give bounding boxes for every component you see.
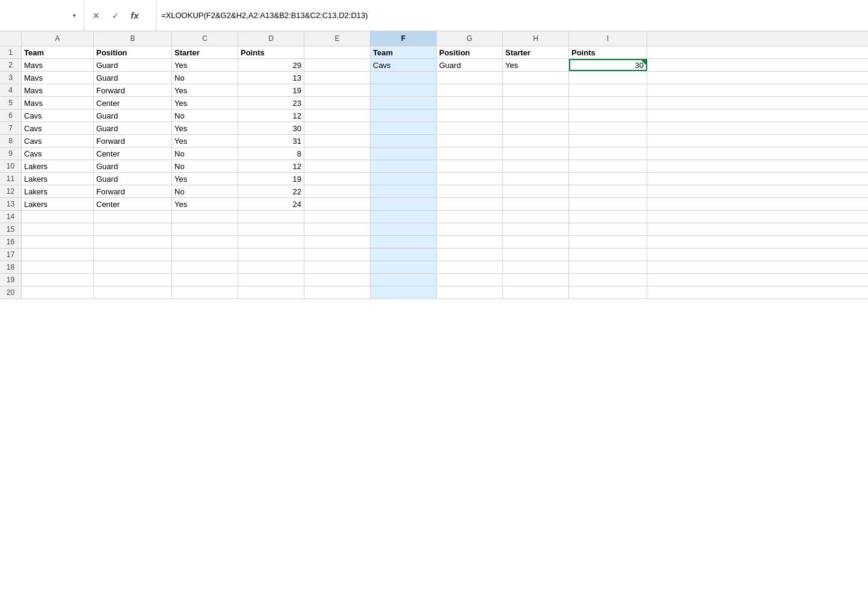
cell-b-14[interactable] (94, 211, 172, 223)
cell-b-2[interactable]: Guard (94, 59, 172, 71)
col-header-i[interactable]: I (569, 31, 647, 46)
col-header-a[interactable]: A (22, 31, 94, 46)
row-number[interactable]: 18 (0, 261, 22, 273)
cell-i-2[interactable]: 30 (569, 59, 647, 71)
cell-i-11[interactable] (569, 173, 647, 185)
cell-g-20[interactable] (437, 286, 503, 298)
cell-a-7[interactable]: Cavs (22, 122, 94, 134)
cell-g-18[interactable] (437, 261, 503, 273)
cell-h-19[interactable] (503, 274, 569, 286)
cell-e-3[interactable] (304, 72, 371, 84)
cell-i-10[interactable] (569, 160, 647, 172)
cell-g-8[interactable] (437, 135, 503, 147)
cell-i-15[interactable] (569, 223, 647, 235)
cell-c-11[interactable]: Yes (172, 173, 238, 185)
cell-a-2[interactable]: Mavs (22, 59, 94, 71)
row-number[interactable]: 1 (0, 46, 22, 58)
row-number[interactable]: 4 (0, 84, 22, 96)
cell-b-1[interactable]: Position (94, 46, 172, 58)
cell-e-11[interactable] (304, 173, 371, 185)
cell-d-3[interactable]: 13 (238, 72, 304, 84)
cell-b-7[interactable]: Guard (94, 122, 172, 134)
cell-e-6[interactable] (304, 110, 371, 122)
cell-b-4[interactable]: Forward (94, 84, 172, 96)
cell-c-1[interactable]: Starter (172, 46, 238, 58)
cell-d-10[interactable]: 12 (238, 160, 304, 172)
cell-f-18[interactable] (371, 261, 437, 273)
cell-a-6[interactable]: Cavs (22, 110, 94, 122)
cell-d-4[interactable]: 19 (238, 84, 304, 96)
row-number[interactable]: 13 (0, 198, 22, 210)
row-number[interactable]: 16 (0, 236, 22, 248)
formula-input[interactable] (156, 0, 868, 31)
cell-f-20[interactable] (371, 286, 437, 298)
col-header-b[interactable]: B (94, 31, 172, 46)
cell-f-5[interactable] (371, 97, 437, 109)
cell-c-6[interactable]: No (172, 110, 238, 122)
cell-h-1[interactable]: Starter (503, 46, 569, 58)
cell-d-11[interactable]: 19 (238, 173, 304, 185)
col-header-f[interactable]: F (371, 31, 437, 46)
cell-h-8[interactable] (503, 135, 569, 147)
cell-g-6[interactable] (437, 110, 503, 122)
cell-d-19[interactable] (238, 274, 304, 286)
cell-h-20[interactable] (503, 286, 569, 298)
cell-a-8[interactable]: Cavs (22, 135, 94, 147)
cell-e-16[interactable] (304, 236, 371, 248)
cell-e-19[interactable] (304, 274, 371, 286)
cell-g-15[interactable] (437, 223, 503, 235)
cell-c-4[interactable]: Yes (172, 84, 238, 96)
row-number[interactable]: 6 (0, 110, 22, 122)
cell-g-17[interactable] (437, 249, 503, 261)
cell-i-4[interactable] (569, 84, 647, 96)
cell-g-16[interactable] (437, 236, 503, 248)
cell-f-4[interactable] (371, 84, 437, 96)
cell-g-1[interactable]: Position (437, 46, 503, 58)
cell-c-14[interactable] (172, 211, 238, 223)
cell-g-12[interactable] (437, 185, 503, 197)
cell-g-14[interactable] (437, 211, 503, 223)
cell-c-8[interactable]: Yes (172, 135, 238, 147)
cell-i-6[interactable] (569, 110, 647, 122)
cell-g-4[interactable] (437, 84, 503, 96)
col-header-e[interactable]: E (304, 31, 371, 46)
cell-i-17[interactable] (569, 249, 647, 261)
cell-a-15[interactable] (22, 223, 94, 235)
cell-a-17[interactable] (22, 249, 94, 261)
cell-f-3[interactable] (371, 72, 437, 84)
cell-f-7[interactable] (371, 122, 437, 134)
cell-a-9[interactable]: Cavs (22, 147, 94, 159)
row-number[interactable]: 5 (0, 97, 22, 109)
cell-d-18[interactable] (238, 261, 304, 273)
cell-a-11[interactable]: Lakers (22, 173, 94, 185)
cell-f-2[interactable]: Cavs (371, 59, 437, 71)
confirm-formula-icon[interactable]: ✓ (107, 7, 124, 24)
cell-a-19[interactable] (22, 274, 94, 286)
cell-e-4[interactable] (304, 84, 371, 96)
cancel-formula-icon[interactable]: ✕ (88, 7, 105, 24)
cell-b-15[interactable] (94, 223, 172, 235)
cell-e-20[interactable] (304, 286, 371, 298)
cell-f-9[interactable] (371, 147, 437, 159)
cell-f-10[interactable] (371, 160, 437, 172)
row-number[interactable]: 2 (0, 59, 22, 71)
row-number[interactable]: 12 (0, 185, 22, 197)
cell-b-5[interactable]: Center (94, 97, 172, 109)
cell-e-9[interactable] (304, 147, 371, 159)
cell-b-8[interactable]: Forward (94, 135, 172, 147)
cell-name-dropdown-icon[interactable]: ▾ (69, 12, 79, 19)
cell-g-3[interactable] (437, 72, 503, 84)
cell-h-4[interactable] (503, 84, 569, 96)
cell-a-12[interactable]: Lakers (22, 185, 94, 197)
cell-c-9[interactable]: No (172, 147, 238, 159)
cell-b-6[interactable]: Guard (94, 110, 172, 122)
cell-h-9[interactable] (503, 147, 569, 159)
cell-i-5[interactable] (569, 97, 647, 109)
cell-e-8[interactable] (304, 135, 371, 147)
cell-c-15[interactable] (172, 223, 238, 235)
cell-f-11[interactable] (371, 173, 437, 185)
cell-a-10[interactable]: Lakers (22, 160, 94, 172)
cell-h-7[interactable] (503, 122, 569, 134)
cell-e-1[interactable] (304, 46, 371, 58)
cell-e-18[interactable] (304, 261, 371, 273)
